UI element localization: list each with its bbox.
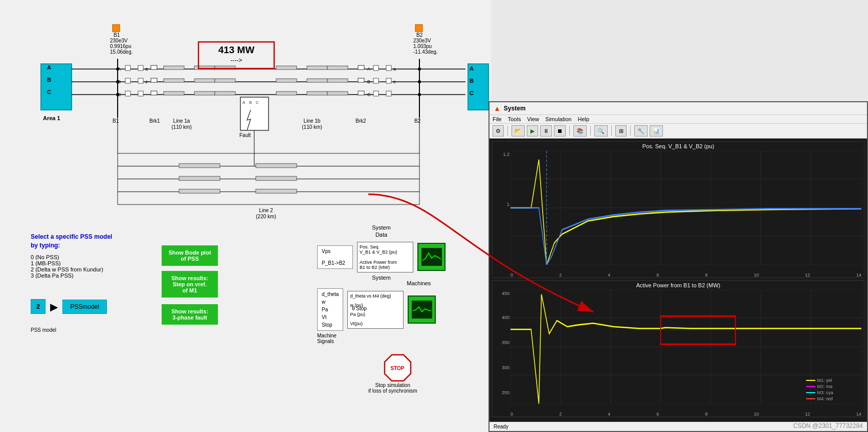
fault-a: A	[242, 100, 246, 105]
legend-m4-label: M4: red	[817, 396, 833, 401]
bode-button[interactable]: Show Bode plotof PSS	[162, 245, 218, 266]
matlab-window-title: System	[504, 105, 526, 112]
line1b-seg-c3	[327, 92, 348, 95]
xfmr2-a-box2	[386, 65, 391, 71]
top-x-12: 12	[805, 272, 810, 278]
machine-vt: Vt	[322, 314, 339, 320]
pss-model-box: PSSmodel	[62, 300, 107, 314]
brk2-label: Brk2	[355, 118, 366, 124]
system-data-header: SystemData	[317, 224, 446, 239]
b1-voltage: 230e3V	[110, 38, 128, 43]
xfmr1-a-box2	[138, 65, 143, 71]
line1b-seg-b2	[307, 79, 327, 82]
line1a-seg-b	[164, 79, 184, 82]
line1a-sublabel: (110 km)	[171, 124, 191, 130]
mach-out3: Pa (pu)	[350, 312, 401, 317]
menu-tools[interactable]: Tools	[508, 116, 521, 122]
machines-scope-block[interactable]	[408, 295, 436, 324]
line1b-seg-b1	[276, 79, 297, 82]
top-x-14: 14	[856, 272, 861, 278]
line1a-seg-c2	[194, 92, 215, 95]
pss-option-3: 3 (Delta Pa PSS)	[31, 272, 179, 279]
matlab-titlebar: ▲ System	[489, 102, 867, 115]
machine-signals-label: MachineSignals	[317, 333, 436, 344]
line2-sublabel: (220 km)	[256, 214, 276, 219]
xfmr2-a-in: A	[367, 66, 370, 72]
legend-m2-color	[806, 386, 815, 387]
tb-open[interactable]: 📂	[511, 125, 525, 137]
stop-sign-svg: STOP	[384, 354, 412, 382]
top-plot-panel: Pos. Seq. V_B1 & V_B2 (pu) 1.2 1	[492, 141, 864, 278]
step-button[interactable]: Show results:Step on vref.of M1	[162, 271, 218, 298]
top-x-0: 0	[510, 272, 513, 278]
system-scope-block[interactable]	[417, 243, 446, 271]
dot-b2-a	[418, 67, 421, 71]
legend-m1-color	[806, 380, 815, 381]
xfmr2-c-in: C	[367, 92, 371, 97]
system-scope-label: System	[317, 275, 446, 281]
b2-voltage: 230e3V	[413, 38, 431, 43]
area1-b-label: B	[47, 77, 51, 83]
b1-bus-label: B1	[113, 118, 119, 124]
top-y-max: 1.2	[503, 152, 509, 157]
bottom-x-axis: 0 2 4 6 8 10 12 14	[510, 412, 861, 417]
tb-sep1	[507, 126, 508, 136]
brk1-b	[151, 78, 157, 82]
stop-text: STOP	[390, 366, 404, 371]
tb-fit[interactable]: ⊞	[615, 125, 627, 137]
menu-simulation[interactable]: Simulation	[545, 116, 571, 122]
bot-x-8: 8	[705, 412, 708, 417]
power-flow-arrow: ---->	[231, 57, 242, 64]
tb-library[interactable]: 📚	[573, 125, 587, 137]
tb-settings[interactable]: ⚙	[493, 125, 504, 137]
line1b-label: Line 1b	[304, 118, 321, 124]
matlab-toolbar: ⚙ 📂 ▶ ⏸ ⏹ 📚 🔍 ⊞ 🔧 📊	[489, 124, 867, 139]
legend-m1: M1: yel	[806, 378, 833, 383]
menu-help[interactable]: Help	[577, 116, 589, 122]
tb-sep2	[569, 126, 570, 136]
tb-stop[interactable]: ⏹	[554, 125, 566, 137]
dot-b1-b	[116, 80, 119, 83]
tb-extra2[interactable]: 📊	[650, 125, 663, 137]
line1b-seg-a2	[307, 66, 327, 70]
bottom-plot-content: 450 400 350 300 250	[493, 290, 864, 417]
pss-title: Select a specific PSS model by typing:	[31, 233, 179, 250]
bottom-y-400: 400	[502, 315, 509, 320]
tb-zoom[interactable]: 🔍	[594, 125, 608, 137]
bot-x-6: 6	[656, 412, 659, 417]
sys-out1-label: Pos. Seq.V_B1 & V_B2 (pu)	[360, 244, 411, 255]
line2-seg-c2	[256, 189, 297, 193]
vb2-line	[510, 208, 861, 265]
matlab-logo-icon: ▲	[494, 104, 501, 112]
dot-b1-a	[116, 67, 119, 71]
tb-extra1[interactable]: 🔧	[634, 125, 648, 137]
fault-b: B	[249, 100, 252, 105]
bottom-plot-title: Active Power from B1 to B2 (MW)	[493, 281, 864, 290]
top-x-axis: 0 2 4 6 8 10 12 14	[510, 272, 861, 278]
legend-m2-label: M2: ma	[817, 384, 832, 389]
menu-file[interactable]: File	[493, 116, 502, 122]
bot-x-10: 10	[754, 412, 759, 417]
line1a-seg-b2	[194, 79, 215, 82]
brk2-b	[358, 78, 364, 82]
fault-button[interactable]: Show results:3-phase fault	[162, 304, 218, 325]
menu-view[interactable]: View	[527, 116, 539, 122]
tb-pause[interactable]: ⏸	[540, 125, 552, 137]
brk2-a	[358, 65, 364, 70]
fault-c: C	[256, 100, 259, 105]
xfmr2-b-box1	[373, 78, 379, 83]
svg-rect-0	[421, 248, 442, 266]
system-data-row: Vps P_B1->B2 Pos. Seq.V_B1 & V_B2 (pu) A…	[317, 242, 446, 272]
system-signal-block: Vps P_B1->B2	[317, 245, 353, 269]
watermark: CSDN @2301_77732284	[793, 422, 863, 429]
area1-label: Area 1	[43, 115, 60, 121]
top-y-axis: 1.2 1	[493, 151, 510, 265]
line1b-seg-b3	[327, 79, 348, 82]
bot-x-4: 4	[608, 412, 610, 417]
b2-label: B2	[416, 32, 423, 38]
machines-header: Machines	[317, 280, 431, 286]
line2-seg-c1	[179, 189, 220, 193]
svg-rect-1	[412, 301, 432, 319]
pss-model-row: 2 ▶ PSSmodel	[31, 299, 107, 314]
tb-play[interactable]: ▶	[527, 125, 538, 137]
